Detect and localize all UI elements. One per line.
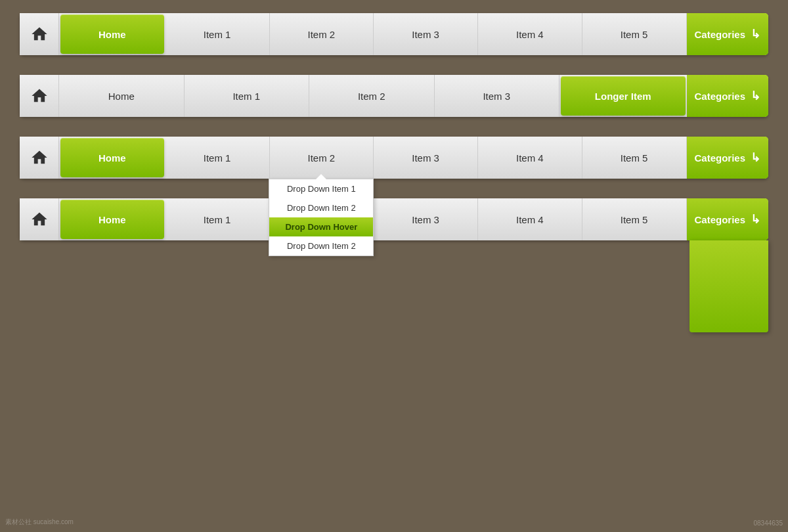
nav-item-3-5[interactable]: Item 5 [582, 137, 687, 179]
categories-label-4: Categories [695, 214, 746, 225]
nav-item-3-2-label: Item 2 [308, 152, 336, 164]
categories-label-3: Categories [695, 152, 746, 164]
nav-item-3-1[interactable]: Item 1 [165, 137, 270, 179]
nav-categories-1[interactable]: Categories ↳ [687, 13, 769, 55]
home-icon-3[interactable] [20, 137, 59, 179]
dropdown-menu-3: Drop Down Item 1 Drop Down Item 2 Drop D… [269, 179, 374, 256]
nav-home-2[interactable]: Home [59, 75, 185, 117]
home-icon-4[interactable] [20, 198, 59, 240]
dropdown-item-3-4[interactable]: Drop Down Item 2 [269, 236, 373, 255]
navbar-1: Home Item 1 Item 2 Item 3 Item 4 Item 5 … [20, 13, 768, 55]
navbar-4: Home Item 1 Item 2 Item 3 Item 4 Item 5 … [20, 198, 768, 240]
nav-item-3-4[interactable]: Item 4 [478, 137, 582, 179]
dropdown-item-3-1[interactable]: Drop Down Item 1 [269, 179, 373, 198]
nav-home-3[interactable]: Home [60, 138, 164, 177]
home-icon-1[interactable] [20, 13, 59, 55]
nav-item-1-5[interactable]: Item 5 [582, 13, 687, 55]
navbar-2: Home Item 1 Item 2 Item 3 Longer Item Ca… [20, 75, 768, 117]
nav-categories-4[interactable]: Categories ↳ [687, 198, 769, 240]
categories-dropdown-4 [690, 240, 768, 332]
navbars-container: Home Item 1 Item 2 Item 3 Item 4 Item 5 … [0, 0, 788, 254]
navbar-3: Home Item 1 Item 2 Drop Down Item 1 Drop… [20, 137, 768, 179]
categories-label-2: Categories [695, 91, 746, 102]
dropdown-item-3-hover[interactable]: Drop Down Hover [269, 217, 373, 236]
nav-categories-3[interactable]: Categories ↳ [687, 137, 769, 179]
nav-categories-2[interactable]: Categories ↳ [687, 75, 769, 117]
watermark-right: 08344635 [754, 520, 783, 527]
categories-label-1: Categories [695, 29, 746, 40]
nav-item-1-4[interactable]: Item 4 [478, 13, 582, 55]
categories-arrow-3: ↳ [751, 150, 760, 165]
nav-item-2-longer[interactable]: Longer Item [561, 76, 686, 116]
nav-item-4-5[interactable]: Item 5 [582, 198, 687, 240]
nav-item-2-3[interactable]: Item 3 [435, 75, 560, 117]
categories-arrow-2: ↳ [751, 89, 760, 103]
nav-item-1-2[interactable]: Item 2 [270, 13, 374, 55]
nav-item-4-3[interactable]: Item 3 [374, 198, 478, 240]
nav-item-2-1[interactable]: Item 1 [185, 75, 310, 117]
nav-item-1-1[interactable]: Item 1 [165, 13, 270, 55]
watermark-left: 素材公社 sucaishe.com [5, 518, 74, 527]
nav-item-2-2[interactable]: Item 2 [309, 75, 435, 117]
nav-item-1-3[interactable]: Item 3 [374, 13, 478, 55]
nav-item-4-1[interactable]: Item 1 [165, 198, 270, 240]
categories-arrow-4: ↳ [751, 212, 760, 227]
nav-item-3-3[interactable]: Item 3 [374, 137, 478, 179]
categories-arrow-1: ↳ [751, 27, 760, 41]
dropdown-item-3-2[interactable]: Drop Down Item 2 [269, 198, 373, 217]
nav-item-4-4[interactable]: Item 4 [478, 198, 582, 240]
nav-item-3-2-wrapper[interactable]: Item 2 Drop Down Item 1 Drop Down Item 2… [270, 137, 374, 179]
home-icon-2[interactable] [20, 75, 59, 117]
nav-home-4[interactable]: Home [60, 200, 164, 239]
nav-home-1[interactable]: Home [60, 14, 164, 54]
